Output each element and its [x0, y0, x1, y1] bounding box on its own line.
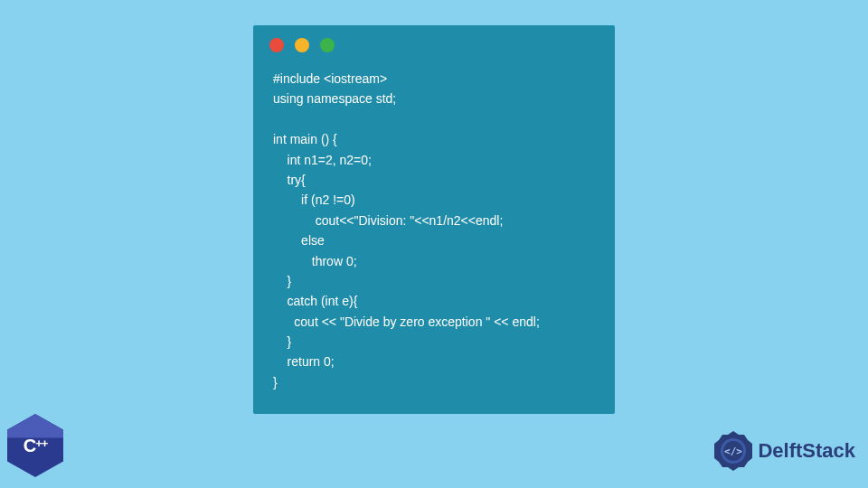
- delftstack-text: DelftStack: [758, 439, 855, 463]
- code-window: #include <iostream> using namespace std;…: [253, 25, 615, 414]
- code-content: #include <iostream> using namespace std;…: [253, 61, 615, 408]
- cpp-logo-text: C++: [24, 436, 48, 456]
- gear-icon: </>: [712, 430, 754, 472]
- close-icon: [269, 38, 284, 52]
- delftstack-logo: </> DelftStack: [712, 430, 855, 472]
- maximize-icon: [320, 38, 335, 52]
- cpp-hexagon-icon: C++: [7, 414, 63, 477]
- cpp-logo: C++: [7, 414, 63, 477]
- svg-text:</>: </>: [724, 446, 742, 457]
- minimize-icon: [295, 38, 309, 52]
- window-titlebar: [253, 25, 615, 61]
